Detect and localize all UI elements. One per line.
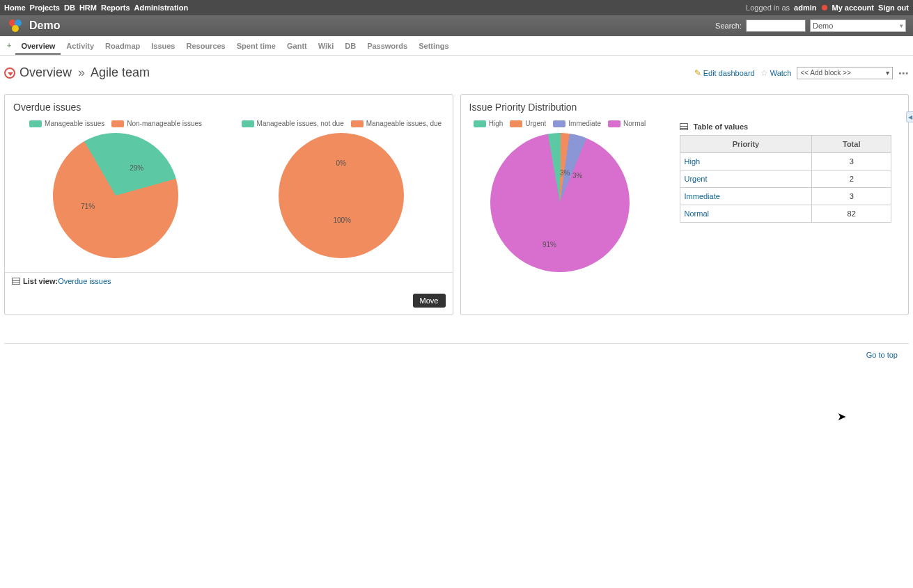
- nav-home[interactable]: Home: [4, 3, 26, 12]
- overdue-pie-manageability: Manageable issues Non-manageable issues …: [13, 120, 218, 258]
- tab-overview[interactable]: Overview: [15, 36, 61, 55]
- current-user[interactable]: admin: [794, 3, 816, 12]
- col-total[interactable]: Total: [812, 136, 891, 153]
- tab-passwords[interactable]: Passwords: [361, 36, 413, 55]
- pencil-icon: ✎: [694, 68, 701, 78]
- legend-label: High: [489, 120, 504, 127]
- swatch-icon: [29, 120, 42, 127]
- footer: Go to top: [4, 343, 909, 366]
- page-title: Overview » Agile team: [19, 65, 150, 80]
- pie-chart: 29% 71%: [53, 133, 178, 258]
- search-input[interactable]: [746, 19, 806, 32]
- swatch-icon: [474, 120, 486, 127]
- pie-chart: 0% 100%: [279, 133, 404, 258]
- breadcrumb-separator: »: [78, 65, 85, 79]
- table-icon: [680, 123, 688, 130]
- nav-my-account[interactable]: My account: [832, 3, 874, 12]
- edit-dashboard-link[interactable]: ✎Edit dashboard: [694, 68, 755, 78]
- tab-issues[interactable]: Issues: [146, 36, 180, 55]
- priority-link-high[interactable]: High: [685, 157, 701, 166]
- nav-reports[interactable]: Reports: [101, 3, 130, 12]
- sidebar-expand-handle[interactable]: ◀: [906, 111, 913, 122]
- legend-label: Non-manageable issues: [127, 120, 202, 127]
- breadcrumb-agile-team: Agile team: [91, 65, 150, 79]
- legend-label: Urgent: [525, 120, 546, 127]
- add-block-selector[interactable]: << Add block >> ▾: [797, 67, 893, 79]
- slice-label-normal: 91%: [543, 241, 556, 248]
- priority-distribution-box: Issue Priority Distribution High Urgent …: [460, 94, 910, 315]
- tab-gantt[interactable]: Gantt: [281, 36, 313, 55]
- tab-db[interactable]: DB: [339, 36, 361, 55]
- priority-pie: High Urgent Immediate Normal 3% 3% 91%: [469, 120, 650, 272]
- collapse-icon[interactable]: [4, 67, 15, 79]
- legend-label: Manageable issues: [45, 120, 104, 127]
- online-status-icon: [822, 5, 827, 10]
- nav-db[interactable]: DB: [64, 3, 75, 12]
- legend-item[interactable]: Urgent: [510, 120, 546, 127]
- legend-item[interactable]: Manageable issues, not due: [242, 120, 344, 127]
- project-selector[interactable]: Demo ▾: [810, 19, 906, 32]
- logged-in-label: Logged in as: [746, 3, 790, 12]
- total-cell: 82: [812, 205, 891, 223]
- main-menu: + Overview Activity Roadmap Issues Resou…: [0, 36, 913, 56]
- legend-label: Normal: [623, 120, 646, 127]
- list-icon: [12, 278, 20, 285]
- overdue-issues-title: Overdue issues: [5, 95, 453, 117]
- move-button[interactable]: Move: [413, 294, 446, 308]
- legend-item[interactable]: Normal: [608, 120, 646, 127]
- legend-item[interactable]: Manageable issues, due: [351, 120, 442, 127]
- priority-link-normal[interactable]: Normal: [685, 209, 709, 218]
- slice-label-notdue: 0%: [336, 159, 345, 167]
- overdue-issues-link[interactable]: Overdue issues: [58, 277, 111, 285]
- col-priority[interactable]: Priority: [680, 136, 812, 153]
- page-actions: ✎Edit dashboard ☆Watch << Add block >> ▾…: [694, 67, 909, 79]
- swatch-icon: [608, 120, 621, 127]
- tab-resources[interactable]: Resources: [180, 36, 231, 55]
- project-selector-value: Demo: [813, 22, 833, 30]
- header-right: Search: Demo ▾: [715, 19, 906, 32]
- star-icon: ☆: [760, 68, 768, 78]
- chevron-down-icon: ▾: [886, 69, 889, 77]
- tab-spent-time[interactable]: Spent time: [231, 36, 281, 55]
- page-title-row: Overview » Agile team ✎Edit dashboard ☆W…: [4, 60, 909, 87]
- watch-link[interactable]: ☆Watch: [760, 68, 792, 78]
- dashboard-row: Overdue issues Manageable issues Non-man…: [4, 94, 909, 315]
- tab-wiki[interactable]: Wiki: [313, 36, 340, 55]
- nav-administration[interactable]: Administration: [134, 3, 189, 12]
- nav-hrm[interactable]: HRM: [79, 3, 97, 12]
- app-logo-icon: [7, 17, 24, 34]
- priority-distribution-title: Issue Priority Distribution: [461, 95, 909, 117]
- add-tab-button[interactable]: +: [3, 36, 15, 55]
- breadcrumb-overview[interactable]: Overview: [19, 65, 72, 79]
- add-block-value: << Add block >>: [800, 69, 850, 77]
- tab-activity[interactable]: Activity: [61, 36, 100, 55]
- edit-dashboard-label: Edit dashboard: [703, 69, 755, 77]
- overdue-charts: Manageable issues Non-manageable issues …: [5, 117, 453, 272]
- go-to-top-link[interactable]: Go to top: [866, 351, 898, 359]
- total-cell: 3: [812, 188, 891, 205]
- legend-manageability: Manageable issues Non-manageable issues: [13, 120, 218, 127]
- top-menu: Home Projects DB HRM Reports Administrat…: [0, 0, 913, 15]
- pie-slices: [279, 133, 404, 258]
- priority-content: High Urgent Immediate Normal 3% 3% 91%: [461, 117, 909, 286]
- priority-table-block: Table of values Priority Total High3 Urg…: [671, 120, 900, 272]
- project-header: Demo Search: Demo ▾: [0, 15, 913, 36]
- priority-link-urgent[interactable]: Urgent: [685, 175, 708, 183]
- legend-item[interactable]: High: [474, 120, 504, 127]
- legend-item[interactable]: Non-manageable issues: [111, 120, 202, 127]
- nav-projects[interactable]: Projects: [30, 3, 60, 12]
- legend-due: Manageable issues, not due Manageable is…: [239, 120, 444, 127]
- swatch-icon: [351, 120, 364, 127]
- project-title[interactable]: Demo: [29, 19, 60, 32]
- more-actions-icon[interactable]: •••: [898, 69, 909, 77]
- legend-item[interactable]: Manageable issues: [29, 120, 104, 127]
- tab-roadmap[interactable]: Roadmap: [100, 36, 146, 55]
- nav-sign-out[interactable]: Sign out: [878, 3, 909, 12]
- search-label: Search:: [715, 22, 742, 30]
- swatch-icon: [553, 120, 565, 127]
- priority-link-immediate[interactable]: Immediate: [685, 192, 720, 200]
- tab-settings[interactable]: Settings: [413, 36, 454, 55]
- legend-item[interactable]: Immediate: [553, 120, 601, 127]
- svg-point-2: [12, 25, 19, 32]
- table-row: Urgent2: [680, 170, 891, 188]
